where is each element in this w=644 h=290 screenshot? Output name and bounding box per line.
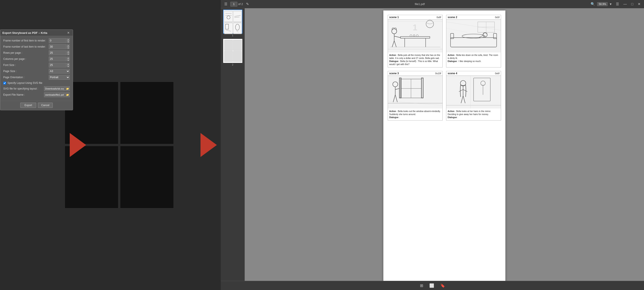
scene-3-dialogue: :: [398, 116, 400, 118]
page-size-control: A3A4Letter: [49, 69, 70, 74]
svg-rect-0: [224, 11, 232, 21]
last-frame-input[interactable]: [49, 44, 66, 49]
pdf-maximize-btn[interactable]: □: [630, 2, 635, 7]
pdf-thumb-2-num: 2: [223, 63, 242, 66]
pdf-zoom-btn[interactable]: 🔍: [589, 2, 596, 7]
page-size-label: Page Size :: [3, 70, 49, 73]
svg-file-input[interactable]: [44, 86, 65, 91]
font-size-control: ▲ ▼: [49, 63, 70, 67]
scene-1-text: Action : Bella puts all the money that s…: [388, 52, 442, 67]
last-frame-row: Frame number of last item to render: ▲ ▼: [3, 44, 70, 49]
scene-4-text: Action : Bella looks at her hairs in the…: [446, 108, 501, 120]
scene-4-image: [446, 76, 501, 108]
first-frame-label: Frame number of first item to render:: [3, 39, 49, 42]
pdf-zoom-menu-btn[interactable]: ▾: [608, 2, 613, 7]
svg-text:1: 1: [412, 23, 417, 32]
pdf-thumb-1-num: 1: [223, 34, 242, 37]
rows-up[interactable]: ▲: [67, 50, 70, 53]
pdf-edit-btn[interactable]: ✎: [245, 2, 250, 7]
export-btn[interactable]: Export: [20, 103, 36, 108]
rows-control: ▲ ▼: [49, 50, 70, 55]
storyboard-cell-4: [120, 146, 174, 208]
svg-checkbox[interactable]: [3, 82, 6, 84]
page-orient-row: Page Orientation : PortraitLandscape: [3, 75, 70, 80]
dialog-close-btn[interactable]: ✕: [66, 31, 70, 35]
scene-3-action: : Bella looks out the window absent-mind…: [389, 110, 440, 115]
scene-card-4: scene 4 0s6f: [446, 71, 501, 120]
pdf-thumb-2[interactable]: 2: [223, 39, 242, 66]
first-frame-up[interactable]: ▲: [67, 38, 70, 41]
page-orient-select[interactable]: PortraitLandscape: [49, 75, 70, 80]
scene-1-dialogue-label: Dialogue: [389, 60, 398, 62]
scene-card-1: scene 1 0s8f: [388, 15, 443, 67]
last-frame-label: Frame number of last item to render:: [3, 45, 49, 48]
font-size-label: Font Size :: [3, 64, 49, 67]
scene-3-dialogue-label: Dialogue: [389, 116, 398, 118]
export-file-input[interactable]: [44, 92, 65, 97]
rows-input[interactable]: [49, 50, 66, 55]
pdf-page-view-btn[interactable]: ⬜: [428, 282, 436, 289]
pdf-zoom-value: 58.9%: [597, 2, 608, 6]
scene-4-dialogue-label: Dialogue: [448, 116, 457, 118]
first-frame-input[interactable]: [49, 38, 66, 43]
pdf-bookmark-btn[interactable]: 🔖: [438, 282, 447, 289]
pdf-page: scene 1 0s8f: [383, 11, 506, 286]
svg-checkbox-label: Specify Layout Using SVG file: [8, 81, 42, 84]
last-frame-up[interactable]: ▲: [67, 44, 70, 47]
scene-card-2: scene 2 0s5f: [446, 15, 501, 67]
scene-1-action-label: Action: [389, 54, 396, 56]
font-size-input[interactable]: [49, 63, 66, 67]
pdf-minimize-btn[interactable]: —: [622, 2, 628, 7]
scene-1-action: : Bella puts all the money that she has …: [389, 54, 440, 59]
pdf-page-nav: of 2: [230, 2, 243, 7]
cancel-btn[interactable]: Cancel: [38, 103, 52, 108]
pdf-menu-btn[interactable]: ☰: [614, 2, 620, 7]
svg-file-browse-btn[interactable]: 📁: [66, 86, 70, 91]
cols-down[interactable]: ▼: [67, 59, 70, 61]
cols-spinner: ▲ ▼: [67, 57, 70, 61]
first-frame-down[interactable]: ▼: [67, 41, 70, 43]
last-frame-down[interactable]: ▼: [67, 47, 70, 49]
export-file-row: Export File Name : 📁: [3, 92, 70, 97]
pdf-topbar: ☰ of 2 ✎ file1.pdf 🔍 58.9% ▾ ☰ — □ ✕: [221, 0, 644, 8]
rows-spinner: ▲ ▼: [67, 50, 70, 55]
scene-1-image: 1: [388, 20, 442, 52]
cols-control: ▲ ▼: [49, 57, 70, 61]
dialog-title: Export Storyboard as PDF – Krita: [2, 31, 47, 35]
pdf-main-content: scene 1 0s8f: [245, 0, 644, 290]
rows-label: Rows per page :: [3, 51, 49, 54]
cols-label: Columns per page :: [3, 57, 49, 61]
pdf-thumb-1[interactable]: 1: [223, 10, 242, 37]
scene-3-action-label: Action: [389, 110, 396, 112]
export-file-browse-btn[interactable]: 📁: [66, 92, 70, 97]
dialog-body: Frame number of first item to render: ▲ …: [0, 36, 73, 101]
svg-file-control: 📁: [44, 86, 70, 91]
scene-2-header: scene 2 0s5f: [446, 15, 501, 20]
storyboard-cell-2: [120, 82, 174, 144]
export-file-control: 📁: [44, 92, 70, 97]
pdf-page-input[interactable]: [230, 2, 237, 7]
pdf-bottom-bar: ⊞ ⬜ 🔖: [221, 281, 644, 290]
svg-file-label: SVG file for specifying layout :: [3, 87, 44, 90]
pdf-sidebar: 1 2: [221, 0, 245, 290]
page-size-select[interactable]: A3A4Letter: [49, 69, 70, 74]
scene-card-3: scene 3 0s10f: [388, 71, 443, 120]
font-size-up[interactable]: ▲: [67, 63, 70, 65]
pdf-sidebar-toggle-btn[interactable]: ☰: [223, 2, 228, 7]
scene-3-title: scene 3: [389, 72, 399, 75]
pdf-close-btn[interactable]: ✕: [636, 2, 642, 7]
page-orient-control: PortraitLandscape: [49, 75, 70, 80]
cols-up[interactable]: ▲: [67, 57, 70, 59]
font-size-spinner: ▲ ▼: [67, 63, 70, 67]
first-frame-spinner: ▲ ▼: [67, 38, 70, 43]
scene-2-text: Action : Bella lies down on the sofa, ti…: [446, 52, 501, 64]
rows-row: Rows per page : ▲ ▼: [3, 50, 70, 55]
page-size-row: Page Size : A3A4Letter: [3, 69, 70, 74]
rows-down[interactable]: ▼: [67, 53, 70, 55]
font-size-down[interactable]: ▼: [67, 65, 70, 67]
pdf-zoom: 🔍 58.9% ▾: [589, 2, 613, 7]
svg-checkbox-row: Specify Layout Using SVG file: [3, 81, 70, 85]
export-file-label: Export File Name :: [3, 93, 44, 96]
pdf-grid-view-btn[interactable]: ⊞: [418, 282, 425, 289]
cols-input[interactable]: [49, 57, 66, 61]
